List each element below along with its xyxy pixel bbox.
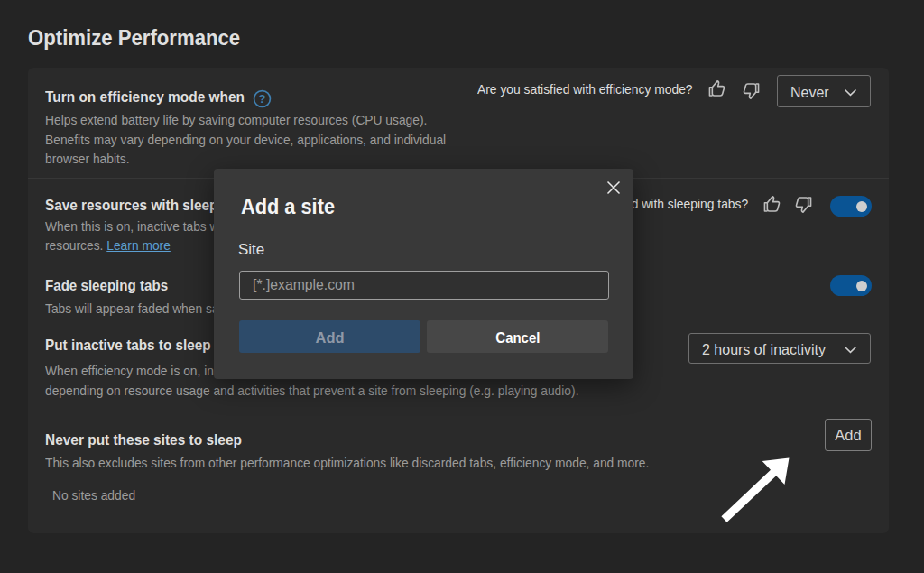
svg-text:?: ?: [258, 92, 265, 106]
